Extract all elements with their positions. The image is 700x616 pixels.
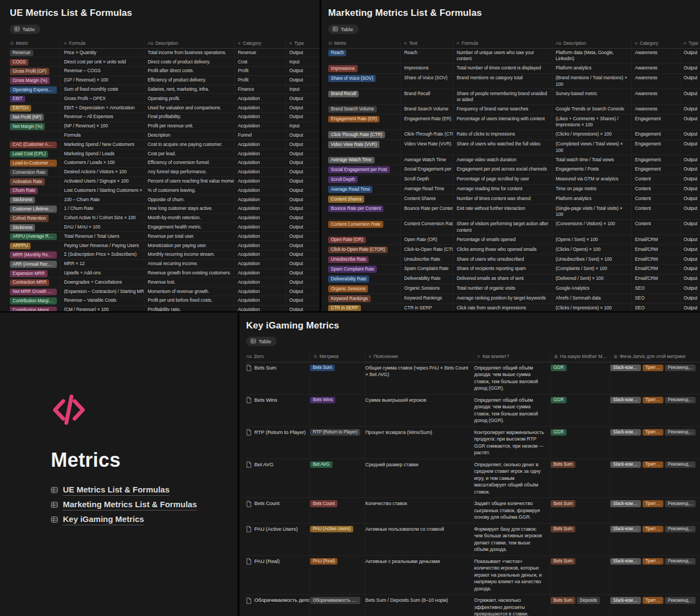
- cell-metric[interactable]: ARPPU: [10, 241, 60, 250]
- cell-description[interactable]: Total watch time / Total views: [552, 155, 631, 165]
- cell-explanation[interactable]: Процент возврата (Wins/Sum): [365, 427, 474, 459]
- cell-description[interactable]: (Complaints / Sent) × 100: [552, 265, 631, 274]
- cell-text[interactable]: Open Rate (OR): [400, 235, 453, 244]
- cell-type[interactable]: Output: [680, 304, 700, 311]
- cell-description[interactable]: How long customer stays active.: [144, 204, 234, 213]
- cell-text[interactable]: Content Conversion Rate: [400, 220, 453, 234]
- cell-metric[interactable]: Cohort Retention: [10, 214, 60, 222]
- cell-text[interactable]: Spam Complaint Rate: [400, 265, 453, 274]
- cell-metric[interactable]: PAU (Real): [310, 556, 365, 595]
- cell-category[interactable]: Engagement: [631, 130, 680, 139]
- cell-category[interactable]: Awareness: [631, 49, 680, 63]
- cell-description[interactable]: Revenue growth from existing customers.: [144, 269, 234, 278]
- cell-description[interactable]: Efficiency of conversion funnel.: [144, 159, 234, 167]
- cell-category[interactable]: Acquisition: [234, 306, 285, 311]
- cell-explanation[interactable]: Активные пользователи со ставкой: [365, 524, 474, 555]
- cell-type[interactable]: Output: [285, 306, 319, 311]
- cell-metric[interactable]: Engagement Rate (ER): [328, 114, 400, 129]
- column-header-impact[interactable]: ≡Как влияет?: [474, 351, 550, 362]
- cell-mother[interactable]: GGR: [550, 427, 610, 459]
- cell-description[interactable]: (Completed views / Total views) × 100: [552, 140, 631, 155]
- cell-text[interactable]: Click-Through Rate (CTR): [400, 130, 453, 139]
- cell-metric[interactable]: Gross Margin (%): [10, 76, 60, 85]
- cell-formula[interactable]: Total Revenue / Total Users: [60, 232, 144, 240]
- cell-text[interactable]: Reach: [400, 49, 453, 63]
- cell-metric[interactable]: Click-Through Rate (CTR): [328, 130, 400, 139]
- cell-formula[interactable]: Share of users who unsubscribed: [453, 255, 552, 264]
- cell-formula[interactable]: Revenue – Variable Costs: [60, 296, 144, 305]
- cell-description[interactable]: Cost per lead.: [144, 149, 234, 158]
- cell-type[interactable]: Output: [680, 245, 700, 254]
- cell-metric[interactable]: Video View Rate (VVR): [328, 140, 400, 155]
- cell-metric[interactable]: EBIT: [10, 94, 60, 103]
- cell-type[interactable]: Output: [285, 260, 319, 268]
- cell-description[interactable]: Operating profit.: [144, 94, 234, 103]
- cell-category[interactable]: Acquisition: [234, 269, 285, 278]
- cell-formula[interactable]: Σ (Subscription Price × Subscribers): [60, 250, 144, 259]
- cell-text[interactable]: Bounce Rate per Content: [400, 204, 453, 219]
- table-view-tab[interactable]: Table: [10, 25, 40, 34]
- cell-mother[interactable]: Bets Sum: [550, 498, 610, 523]
- cell-metric[interactable]: Stickiness: [10, 223, 60, 232]
- cell-category[interactable]: Awareness: [631, 74, 680, 89]
- cell-features[interactable]: Slack-командыТриггерыРекомендации: [610, 427, 700, 459]
- cell-metric[interactable]: ARR (Annual Recurring R...: [10, 260, 60, 268]
- cell-description[interactable]: Profitability ratio.: [144, 306, 234, 311]
- cell-formula[interactable]: Revenue – All Expenses: [60, 113, 144, 121]
- cell-type[interactable]: Output: [285, 296, 319, 305]
- cell-description[interactable]: Any funnel step performance.: [144, 168, 234, 177]
- page-link-igaming-metrics[interactable]: Key iGaming Metrics: [51, 512, 237, 527]
- cell-type[interactable]: Output: [680, 185, 700, 194]
- cell-text[interactable]: Content Shares: [400, 195, 453, 204]
- cell-category[interactable]: SEO: [631, 304, 680, 311]
- cell-metric[interactable]: Bets Sum: [310, 362, 365, 394]
- cell-formula[interactable]: Lost Customers / Starting Customers × 10…: [60, 186, 144, 195]
- cell-type[interactable]: Output: [680, 49, 700, 63]
- cell-formula[interactable]: Share of users who watched the full vide…: [453, 140, 552, 155]
- cell-text[interactable]: Brand Recall: [400, 89, 453, 104]
- cell-metric[interactable]: Оборачиваемость депо...: [310, 595, 365, 616]
- cell-text[interactable]: Unsubscribe Rate: [400, 255, 453, 264]
- cell-description[interactable]: Ahrefs / Semrush data: [552, 294, 631, 303]
- cell-type[interactable]: Output: [680, 274, 700, 284]
- cell-category[interactable]: Acquisition: [234, 287, 285, 296]
- cell-description[interactable]: (Unsubscribes / Sent) × 100: [552, 255, 631, 264]
- cell-formula[interactable]: Frequency of brand name searches: [453, 105, 552, 114]
- cell-metric[interactable]: Bet AVG: [310, 459, 365, 498]
- cell-impact[interactable]: Отражает, насколько эффективно депозиты …: [474, 595, 550, 616]
- cell-type[interactable]: Output: [285, 269, 319, 278]
- cell-metric[interactable]: Stickiness: [10, 195, 60, 204]
- cell-metric[interactable]: Bets Count: [310, 498, 365, 523]
- cell-category[interactable]: Acquisition: [234, 186, 285, 195]
- cell-metric[interactable]: Content Shares: [328, 195, 400, 204]
- cell-formula[interactable]: Delivered emails as share of sent: [453, 274, 552, 284]
- cell-description[interactable]: Opposite of churn.: [144, 195, 234, 204]
- column-header-explanation[interactable]: ≡Пояснение: [365, 351, 474, 362]
- cell-text[interactable]: Brand Search Volume: [400, 105, 453, 114]
- cell-metric[interactable]: Bets Wins: [310, 395, 365, 426]
- cell-zero[interactable]: RTP (Return to Player): [246, 427, 310, 459]
- cell-metric[interactable]: ARPU (Average Revenue...: [10, 232, 60, 240]
- cell-description[interactable]: Platform analytics: [552, 64, 631, 73]
- cell-formula[interactable]: Click rate from search impressions: [453, 304, 552, 311]
- cell-impact[interactable]: Показывает «чистое» количество игроков, …: [474, 556, 550, 595]
- cell-text[interactable]: Keyword Rankings: [400, 294, 453, 303]
- cell-category[interactable]: Awareness: [631, 89, 680, 104]
- cell-features[interactable]: Slack-командыТриггерыРекомендации: [610, 595, 700, 616]
- cell-description[interactable]: Total income from business operations.: [144, 49, 234, 57]
- cell-description[interactable]: (Conversions / Visitors) × 100: [552, 220, 631, 234]
- cell-explanation[interactable]: Активные с реальными деньгами: [365, 556, 474, 595]
- cell-type[interactable]: Output: [680, 140, 700, 155]
- cell-type[interactable]: Output: [680, 294, 700, 303]
- cell-formula[interactable]: Exit rate without further interaction: [453, 204, 552, 219]
- cell-description[interactable]: Salaries, rent, marketing, infra.: [144, 85, 234, 94]
- cell-type[interactable]: Output: [680, 89, 700, 104]
- cell-description[interactable]: Revenue per total user.: [144, 232, 234, 240]
- cell-formula[interactable]: Number of unique users who saw your cont…: [453, 49, 552, 63]
- cell-category[interactable]: Acquisition: [234, 204, 285, 213]
- cell-mother[interactable]: GGR: [550, 362, 610, 394]
- cell-formula[interactable]: Average video watch duration: [453, 155, 552, 165]
- cell-category[interactable]: Acquisition: [234, 250, 285, 259]
- cell-type[interactable]: Input: [285, 85, 319, 94]
- cell-metric[interactable]: Average Read Time: [328, 185, 400, 194]
